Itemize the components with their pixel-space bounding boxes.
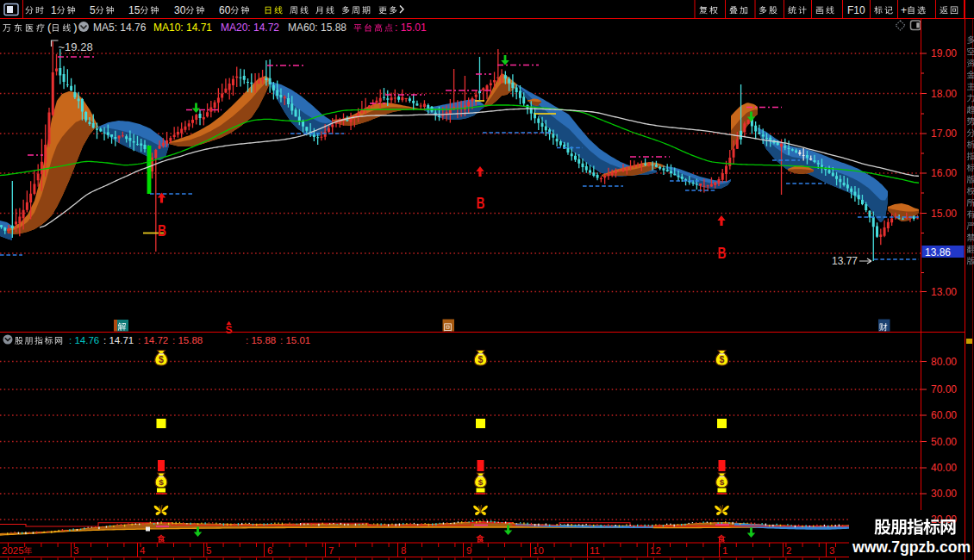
svg-text:+: + bbox=[901, 4, 907, 16]
svg-text:19.00: 19.00 bbox=[931, 47, 957, 59]
svg-text:$: $ bbox=[159, 477, 164, 487]
svg-text:30: 30 bbox=[174, 4, 186, 16]
svg-text:11: 11 bbox=[590, 545, 600, 556]
svg-text:: 15.88: : 15.88 bbox=[246, 335, 276, 345]
svg-text:4: 4 bbox=[140, 545, 146, 556]
svg-text:13.86: 13.86 bbox=[925, 246, 951, 258]
svg-text:12: 12 bbox=[650, 545, 661, 556]
svg-text:S: S bbox=[226, 324, 233, 336]
svg-text:3: 3 bbox=[73, 545, 78, 556]
svg-text:70.00: 70.00 bbox=[931, 383, 957, 395]
svg-text:MA5: 14.76: MA5: 14.76 bbox=[93, 22, 147, 34]
svg-text:15: 15 bbox=[128, 4, 140, 16]
svg-text:3: 3 bbox=[829, 545, 834, 556]
svg-text:: 15.88: : 15.88 bbox=[172, 335, 203, 345]
svg-text:2: 2 bbox=[786, 545, 791, 556]
svg-text:8: 8 bbox=[401, 545, 406, 556]
svg-text:: 14.71: : 14.71 bbox=[103, 335, 134, 345]
svg-text:: 14.76: : 14.76 bbox=[69, 335, 99, 345]
svg-text:16.00: 16.00 bbox=[931, 167, 957, 179]
svg-text:6: 6 bbox=[267, 545, 272, 556]
svg-text:5: 5 bbox=[90, 4, 96, 16]
svg-text:10: 10 bbox=[533, 545, 544, 556]
svg-text:MA10: 14.71: MA10: 14.71 bbox=[153, 22, 212, 34]
svg-text:30.00: 30.00 bbox=[931, 488, 957, 500]
svg-text:2025: 2025 bbox=[2, 545, 24, 556]
svg-text:F10: F10 bbox=[847, 4, 865, 16]
svg-text:13.77: 13.77 bbox=[832, 255, 858, 267]
svg-text:MA20: 14.72: MA20: 14.72 bbox=[221, 22, 279, 34]
svg-text:80.00: 80.00 bbox=[931, 356, 957, 368]
svg-text:40.00: 40.00 bbox=[931, 462, 957, 474]
svg-text:$: $ bbox=[478, 354, 484, 364]
svg-text:50.00: 50.00 bbox=[931, 436, 957, 448]
svg-text:9: 9 bbox=[466, 545, 471, 556]
svg-text:www.7gpzb.com: www.7gpzb.com bbox=[852, 538, 971, 556]
svg-text:15.00: 15.00 bbox=[931, 208, 957, 220]
svg-text:5: 5 bbox=[206, 545, 211, 556]
svg-text:18.00: 18.00 bbox=[931, 88, 957, 100]
svg-text:17.00: 17.00 bbox=[931, 128, 957, 140]
svg-text:B: B bbox=[158, 221, 166, 240]
svg-text:~19.28: ~19.28 bbox=[59, 40, 93, 53]
svg-text:7: 7 bbox=[328, 545, 334, 556]
svg-text:MA60: 15.88: MA60: 15.88 bbox=[288, 22, 347, 34]
svg-text:): ) bbox=[73, 21, 77, 34]
svg-text:13.00: 13.00 bbox=[931, 286, 957, 298]
svg-text:$: $ bbox=[478, 477, 484, 487]
svg-text:(: ( bbox=[47, 21, 52, 34]
svg-text:$: $ bbox=[720, 477, 725, 487]
svg-text:: 14.72: : 14.72 bbox=[138, 335, 168, 345]
svg-text:: 15.01: : 15.01 bbox=[395, 22, 427, 34]
svg-text:1: 1 bbox=[51, 4, 57, 16]
svg-text:$: $ bbox=[720, 354, 725, 364]
svg-text:B: B bbox=[477, 193, 485, 212]
svg-text:60.00: 60.00 bbox=[931, 409, 957, 421]
svg-text:1: 1 bbox=[722, 545, 727, 556]
svg-text:B: B bbox=[718, 243, 727, 262]
svg-text:$: $ bbox=[159, 354, 164, 364]
svg-text:: 15.01: : 15.01 bbox=[280, 335, 310, 345]
svg-text:60: 60 bbox=[219, 4, 231, 16]
